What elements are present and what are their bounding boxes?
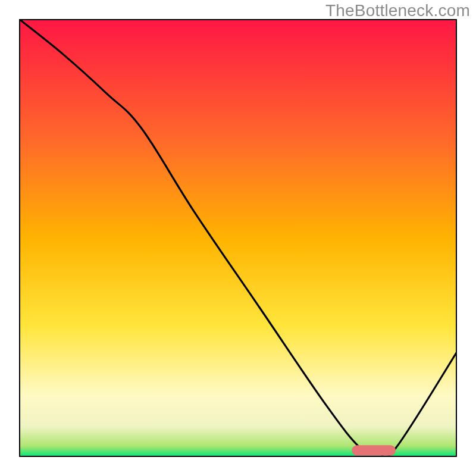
plot-background (19, 19, 457, 457)
watermark-text: TheBottleneck.com (325, 1, 470, 20)
bottleneck-chart (19, 19, 457, 457)
optimal-marker (352, 445, 396, 456)
